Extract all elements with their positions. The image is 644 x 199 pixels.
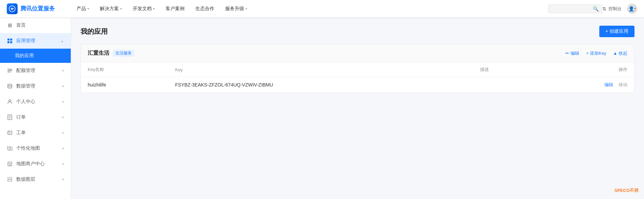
move-key-link[interactable]: 移动 xyxy=(619,82,627,87)
svg-rect-7 xyxy=(7,72,11,72)
sidebar-sub-item-my-apps[interactable]: 我的应用 xyxy=(0,49,71,63)
sidebar-item-label: 个人中心 xyxy=(16,99,59,105)
order-icon xyxy=(7,114,13,120)
app-name: 汇置生活 xyxy=(88,50,109,57)
svg-rect-21 xyxy=(9,165,10,166)
search-input[interactable] xyxy=(552,6,591,11)
nav-items: 产品 ▾ 解决方案 ▾ 开发文档 ▾ 客户案例 生态合作 服务升级 ▾ xyxy=(71,0,548,18)
layer-icon xyxy=(7,176,13,182)
page-header: 我的应用 + 创建应用 xyxy=(81,26,635,37)
sidebar-item-home[interactable]: ⊞ 首页 xyxy=(0,18,71,33)
add-key-link[interactable]: + 添加Key xyxy=(586,50,606,56)
svg-rect-2 xyxy=(10,39,12,41)
sidebar-item-orders[interactable]: 订单 ▾ xyxy=(0,109,71,125)
chevron-down-icon: ▾ xyxy=(62,177,64,182)
edit-key-link[interactable]: 编辑 xyxy=(604,82,613,87)
sidebar-item-label: 个性化地图 xyxy=(16,145,59,151)
app-card: 汇置生活 生活服务 ✏ 编辑 + 添加Key ▲ 收起 Key名称 Key 描述… xyxy=(81,44,635,93)
logo-area: 腾讯位置服务 xyxy=(7,3,61,14)
home-icon: ⊞ xyxy=(7,22,13,28)
nav-item-ecosystem[interactable]: 生态合作 xyxy=(190,0,220,18)
nav-right: ⇅ 控制台 👤 ▾ xyxy=(602,4,637,14)
svg-rect-14 xyxy=(8,131,12,134)
sidebar-item-quota[interactable]: 配额管理 ▾ xyxy=(0,63,71,78)
cell-description xyxy=(473,77,534,93)
svg-point-9 xyxy=(9,100,11,102)
col-description: 描述 xyxy=(473,63,534,77)
sidebar-item-label: 工单 xyxy=(16,130,59,136)
svg-rect-5 xyxy=(7,69,12,70)
page-title: 我的应用 xyxy=(81,27,108,36)
app-tag: 生活服务 xyxy=(113,50,134,57)
quota-icon xyxy=(7,68,13,74)
search-icon: 🔍 xyxy=(593,6,599,11)
svg-rect-22 xyxy=(8,177,12,179)
person-icon xyxy=(7,99,13,105)
cell-key: FSYBZ-3EAKS-ZFZOL-674UQ-VZWIV-ZIBMU xyxy=(168,77,473,93)
edit-app-link[interactable]: ✏ 编辑 xyxy=(565,50,579,56)
sidebar: ⊞ 首页 应用管理 ▲ 我的应用 xyxy=(0,18,71,199)
sidebar-item-merchant[interactable]: 地图商户中心 ▾ xyxy=(0,156,71,172)
sidebar-item-label: 数据管理 xyxy=(16,83,59,89)
sidebar-item-label: 订单 xyxy=(16,114,59,120)
watermark: SPECO不祥 xyxy=(614,188,639,194)
chevron-down-icon: ▾ xyxy=(62,100,64,104)
sidebar-item-data-layer[interactable]: 数据图层 ▾ xyxy=(0,172,71,187)
svg-rect-23 xyxy=(8,180,12,181)
sidebar-item-label: 配额管理 xyxy=(16,68,59,74)
chevron-down-icon: ▾ xyxy=(62,84,64,89)
user-avatar[interactable]: 👤 ▾ xyxy=(627,4,637,14)
sidebar-item-custom-map[interactable]: 个性化地图 ▾ xyxy=(0,141,71,156)
chevron-down-icon: ▾ xyxy=(245,7,247,10)
logo-icon xyxy=(7,3,18,14)
svg-rect-1 xyxy=(7,39,9,41)
control-panel-button[interactable]: ⇅ 控制台 xyxy=(602,6,622,12)
table-header-row: Key名称 Key 描述 操作 xyxy=(81,63,634,77)
sidebar-item-app-management[interactable]: 应用管理 ▲ xyxy=(0,33,71,49)
chevron-down-icon: ▾ xyxy=(87,7,89,10)
col-key-name: Key名称 xyxy=(81,63,168,77)
sidebar-item-profile[interactable]: 个人中心 ▾ xyxy=(0,94,71,109)
sidebar-item-data[interactable]: 数据管理 ▾ xyxy=(0,78,71,94)
database-icon xyxy=(7,83,13,89)
control-panel-icon: ⇅ xyxy=(602,6,606,11)
collapse-link[interactable]: ▲ 收起 xyxy=(613,50,627,56)
main-layout: ⊞ 首页 应用管理 ▲ 我的应用 xyxy=(0,18,644,199)
svg-point-8 xyxy=(8,84,12,85)
chevron-down-icon: ▾ xyxy=(62,115,64,120)
sidebar-sub-item-label: 我的应用 xyxy=(15,53,34,59)
top-navigation: 腾讯位置服务 产品 ▾ 解决方案 ▾ 开发文档 ▾ 客户案例 生态合作 服务升级… xyxy=(0,0,644,18)
map-icon xyxy=(7,145,13,151)
chevron-down-icon: ▾ xyxy=(62,146,64,151)
search-box[interactable]: 🔍 xyxy=(548,4,602,13)
logo-text: 腾讯位置服务 xyxy=(20,5,55,13)
cell-row-actions: 编辑 移动 xyxy=(534,77,634,93)
nav-item-solution[interactable]: 解决方案 ▾ xyxy=(94,0,127,18)
svg-rect-4 xyxy=(10,41,12,43)
svg-rect-6 xyxy=(7,70,12,71)
keys-table: Key名称 Key 描述 操作 huizhilife FSYBZ-3EAKS-Z… xyxy=(81,63,634,93)
app-header-actions: ✏ 编辑 + 添加Key ▲ 收起 xyxy=(565,50,627,56)
chevron-down-icon: ▾ xyxy=(62,69,64,73)
user-icon: 👤 xyxy=(628,6,634,11)
sidebar-item-label: 数据图层 xyxy=(16,176,59,182)
ticket-icon xyxy=(7,130,13,136)
nav-item-product[interactable]: 产品 ▾ xyxy=(71,0,94,18)
sidebar-item-tickets[interactable]: 工单 ▾ xyxy=(0,125,71,141)
nav-item-service[interactable]: 服务升级 ▾ xyxy=(220,0,253,18)
chevron-down-icon: ▾ xyxy=(153,7,155,10)
create-app-button[interactable]: + 创建应用 xyxy=(599,26,635,37)
chevron-down-icon: ▾ xyxy=(62,162,64,166)
table-row: huizhilife FSYBZ-3EAKS-ZFZOL-674UQ-VZWIV… xyxy=(81,77,634,93)
sidebar-item-label: 首页 xyxy=(16,22,64,28)
grid-icon xyxy=(7,38,13,44)
svg-rect-3 xyxy=(7,41,9,43)
user-chevron-icon: ▾ xyxy=(634,7,636,10)
sidebar-item-label: 应用管理 xyxy=(16,38,57,44)
app-card-header: 汇置生活 生活服务 ✏ 编辑 + 添加Key ▲ 收起 xyxy=(81,44,634,63)
chevron-down-icon: ▾ xyxy=(120,7,122,10)
nav-item-cases[interactable]: 客户案例 xyxy=(160,0,190,18)
nav-item-docs[interactable]: 开发文档 ▾ xyxy=(127,0,160,18)
cell-key-name: huizhilife xyxy=(81,77,168,93)
col-actions: 操作 xyxy=(534,63,634,77)
